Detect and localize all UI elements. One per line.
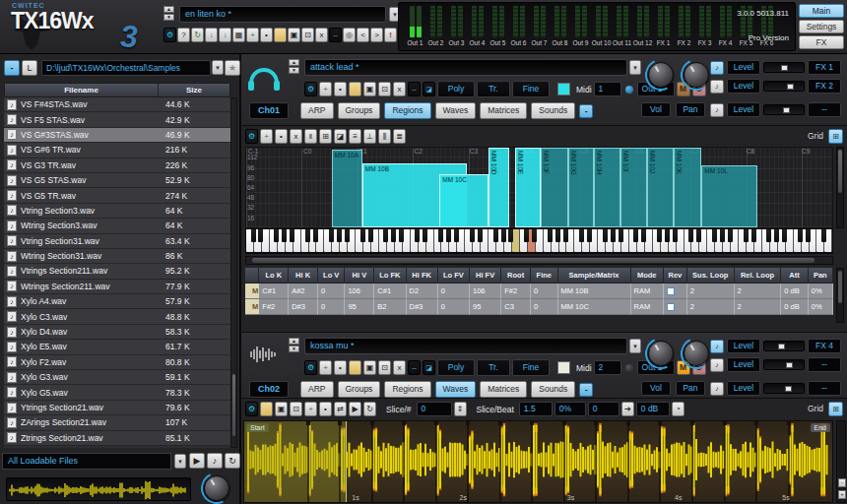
- save-icon[interactable]: ▣: [288, 28, 300, 42]
- prev-icon[interactable]: <: [357, 28, 369, 42]
- cell-sample-matrix[interactable]: MM 10C: [558, 299, 631, 315]
- slice-marker[interactable]: [595, 421, 597, 502]
- size-column-header[interactable]: Size: [159, 84, 229, 96]
- path-dropdown-arrow[interactable]: ▼: [212, 60, 224, 75]
- cell-hi-fv[interactable]: 95: [470, 299, 501, 315]
- region-mm-10l[interactable]: MM 10L: [701, 165, 757, 227]
- column-header[interactable]: Hi FV: [470, 268, 501, 284]
- region-mm-10g[interactable]: MM 10G: [568, 148, 595, 227]
- region-map[interactable]: C-1C0C1C2C3C4C5C6C7C8C9112968064483216MM…: [245, 147, 833, 228]
- file-row[interactable]: ♪VS G5 TR.wav274 K: [4, 188, 230, 203]
- close-icon[interactable]: x: [393, 360, 406, 375]
- piano-key[interactable]: [246, 229, 254, 252]
- send-destination[interactable]: FX 1: [808, 60, 841, 75]
- next-icon[interactable]: >: [370, 28, 383, 42]
- perf-poly-button[interactable]: Poly: [437, 81, 475, 97]
- snap-clock-icon[interactable]: ◔: [672, 402, 684, 416]
- preview-play-button[interactable]: ▶: [189, 453, 205, 469]
- copy-icon[interactable]: ⊡: [290, 402, 302, 416]
- collapse-button[interactable]: -: [4, 60, 20, 76]
- level-button[interactable]: Level: [727, 102, 760, 117]
- program-dropdown-arrow[interactable]: ▼: [629, 339, 641, 353]
- file-row[interactable]: ♪Wtrings Section211.wav77.9 K: [4, 280, 230, 294]
- slice-marker[interactable]: [788, 421, 790, 502]
- cell-lo-v[interactable]: 0: [318, 299, 345, 315]
- channel-color-swatch[interactable]: [557, 83, 570, 95]
- gear-icon[interactable]: ⚙: [304, 360, 317, 375]
- file-row[interactable]: ♪Xylo G3.wav59.1 K: [4, 370, 230, 385]
- bank-spinner[interactable]: ▲ ▼: [163, 6, 174, 21]
- zoom-out-button[interactable]: -: [838, 478, 846, 487]
- column-header[interactable]: Sus. Loop: [687, 268, 735, 284]
- save-icon[interactable]: ▣: [275, 402, 288, 416]
- end-marker[interactable]: End: [811, 423, 830, 432]
- cell-mode[interactable]: RAM: [631, 284, 664, 299]
- cell-rev[interactable]: [664, 284, 687, 299]
- level-button[interactable]: Level: [727, 79, 760, 94]
- piano-key[interactable]: [324, 229, 332, 252]
- piano-key[interactable]: [434, 229, 442, 252]
- cell-rev[interactable]: [664, 299, 687, 315]
- cell-sus--loop[interactable]: 2: [687, 299, 735, 315]
- column-header[interactable]: Hi FK: [407, 268, 438, 284]
- send-destination[interactable]: --: [808, 357, 841, 372]
- cell-root[interactable]: F#2: [501, 284, 531, 299]
- new-icon[interactable]: •: [260, 28, 273, 42]
- column-header[interactable]: Rel. Loop: [735, 268, 782, 284]
- perf-poly-button[interactable]: Poly: [437, 359, 475, 376]
- folder-icon[interactable]: [274, 28, 287, 42]
- clock-icon[interactable]: ◎: [343, 28, 356, 42]
- send-destination[interactable]: --: [808, 381, 841, 396]
- offset-field[interactable]: 0: [588, 402, 619, 416]
- send-destination[interactable]: --: [808, 102, 841, 117]
- region-mm-10c[interactable]: MM 10C: [439, 174, 488, 227]
- apply-arrow-icon[interactable]: ➔: [621, 402, 634, 416]
- piano-key[interactable]: [629, 229, 637, 252]
- file-row[interactable]: ♪Wtring Section31.wav86 K: [4, 249, 230, 264]
- piano-key[interactable]: [816, 229, 824, 252]
- slice-marker[interactable]: [724, 421, 726, 502]
- piano-key[interactable]: [356, 229, 363, 252]
- level-button[interactable]: Level: [727, 339, 760, 353]
- column-header[interactable]: [245, 268, 259, 284]
- slice-marker[interactable]: [691, 421, 693, 502]
- cell-hi-v[interactable]: 106: [345, 284, 374, 299]
- program-select[interactable]: attack lead *: [304, 59, 627, 76]
- send-level-slider[interactable]: [763, 383, 805, 394]
- column-header[interactable]: Lo FV: [438, 268, 470, 284]
- file-row[interactable]: ♪Ytrings Section21.wav79.6 K: [4, 401, 230, 415]
- bank-select[interactable]: en liten ko *: [179, 6, 386, 23]
- nav-fx-button[interactable]: FX: [799, 35, 844, 49]
- region-mm-10d[interactable]: MM 10D: [489, 148, 509, 227]
- grid-toggle-button[interactable]: ⊞: [828, 129, 843, 144]
- waveform-display[interactable]: Start End 1s2s3s4s5s: [243, 420, 833, 503]
- close-icon[interactable]: x: [315, 28, 328, 42]
- midi-channel-field[interactable]: 2: [594, 360, 621, 375]
- column-header[interactable]: Hi K: [289, 268, 318, 284]
- cell-fine[interactable]: 0: [531, 284, 557, 299]
- slider-thumb[interactable]: [783, 107, 790, 113]
- cell-hi-v[interactable]: 95: [345, 299, 374, 315]
- slider-thumb[interactable]: [778, 344, 785, 349]
- filename-column-header[interactable]: Filename: [5, 84, 159, 96]
- program-select[interactable]: kossa mu *: [304, 338, 627, 354]
- gear-icon[interactable]: ⚙: [245, 402, 258, 416]
- tab-sounds[interactable]: Sounds: [531, 381, 575, 398]
- minus-icon[interactable]: --: [408, 360, 421, 375]
- column-header[interactable]: Pan: [809, 268, 833, 284]
- piano-key[interactable]: [574, 229, 582, 252]
- vol-button[interactable]: Vol: [641, 102, 671, 117]
- piano-keyboard[interactable]: [245, 228, 833, 254]
- slice-count-field[interactable]: 0: [417, 402, 452, 416]
- file-row[interactable]: ♪Xylo A4.wav57.9 K: [4, 294, 230, 309]
- slice-marker[interactable]: [403, 421, 405, 502]
- tab-waves[interactable]: Waves: [435, 381, 477, 398]
- cell-pan[interactable]: 0%: [809, 299, 833, 315]
- piano-key[interactable]: [739, 229, 747, 252]
- slice-marker[interactable]: [339, 421, 341, 502]
- preview-loop-button[interactable]: ↻: [225, 453, 240, 469]
- program-spinner[interactable]: ▲ ▼: [289, 338, 299, 352]
- path-select[interactable]: D:\ljud\TX16Wx\Orchestral\Samples: [41, 60, 211, 76]
- copy-icon[interactable]: ⊡: [378, 82, 391, 96]
- volume-knob[interactable]: [648, 62, 674, 88]
